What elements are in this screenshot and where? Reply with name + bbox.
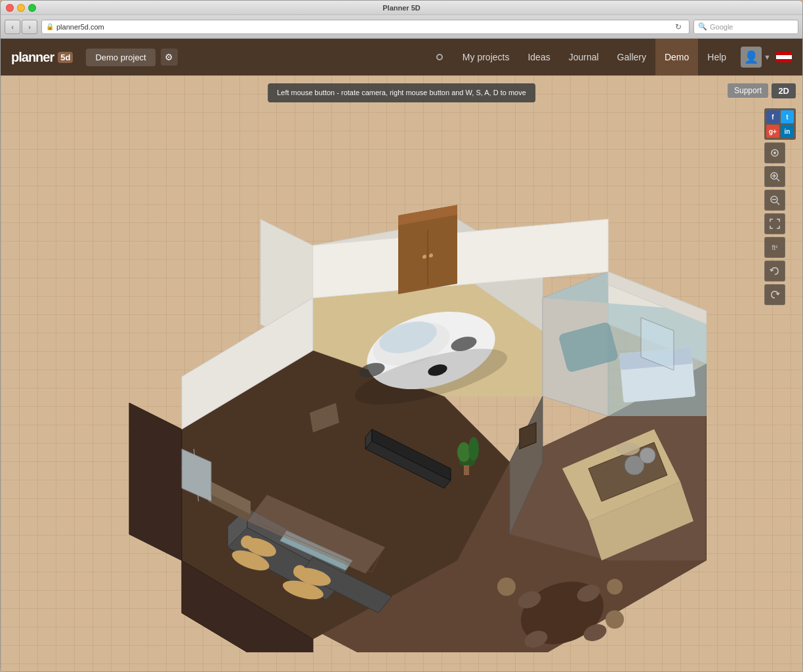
svg-point-1 [773, 152, 776, 154]
browser-frame: Planner 5D ‹ › 🔒 planner5d.com ↻ 🔍 Googl… [0, 0, 803, 672]
floor-plan-svg [83, 114, 707, 652]
svg-point-71 [468, 437, 479, 461]
svg-point-54 [607, 579, 623, 595]
twitter-icon[interactable]: t [781, 110, 794, 123]
nav-link-ideas[interactable]: Ideas [518, 39, 559, 75]
fullscreen-icon[interactable] [764, 213, 785, 234]
security-icon: 🔒 [46, 23, 54, 30]
zoom-out-icon[interactable] [764, 190, 785, 211]
nav-buttons: ‹ › [5, 20, 37, 34]
refresh-button[interactable]: ↻ [672, 20, 685, 33]
search-icon: 🔍 [698, 22, 707, 31]
close-dot[interactable] [6, 4, 14, 12]
browser-toolbar: ‹ › 🔒 planner5d.com ↻ 🔍 Google [1, 15, 802, 39]
app-logo: planner 5d [11, 50, 73, 65]
browser-title: Planner 5D [382, 4, 420, 12]
back-button[interactable]: ‹ [5, 20, 20, 34]
address-text: planner5d.com [56, 23, 104, 31]
redo-icon[interactable] [764, 284, 785, 305]
svg-point-70 [457, 442, 470, 462]
avatar-caret: ▼ [764, 53, 771, 61]
minimize-dot[interactable] [17, 4, 25, 12]
nav-link-journal[interactable]: Journal [560, 39, 608, 75]
browser-titlebar: Planner 5D [1, 1, 802, 15]
unit-toggle-icon[interactable]: ft² [764, 237, 785, 258]
address-bar[interactable]: 🔒 planner5d.com ↻ [41, 20, 690, 34]
nav-links: My projects Ideas Journal Gallery Demo H… [453, 39, 735, 75]
undo-icon[interactable] [764, 261, 785, 282]
camera-tooltip: Left mouse button - rotate camera, right… [268, 83, 535, 102]
linkedin-icon[interactable]: in [781, 125, 794, 138]
svg-point-62 [241, 536, 254, 549]
nav-status-dot [436, 54, 443, 60]
user-avatar[interactable]: 👤 [741, 47, 762, 68]
search-placeholder: Google [710, 23, 733, 31]
nav-link-my-projects[interactable]: My projects [453, 39, 519, 75]
svg-point-53 [606, 610, 624, 629]
logo-5d: 5d [58, 52, 73, 63]
svg-point-45 [640, 448, 655, 463]
tooltip-text: Left mouse button - rotate camera, right… [277, 89, 526, 96]
browser-dots [6, 4, 36, 12]
search-bar[interactable]: 🔍 Google [693, 20, 798, 34]
svg-point-46 [616, 442, 640, 455]
nav-link-gallery[interactable]: Gallery [608, 39, 655, 75]
svg-line-3 [777, 178, 779, 181]
settings-icon[interactable]: ⚙ [161, 49, 178, 66]
facebook-icon[interactable]: f [766, 110, 779, 123]
svg-point-65 [293, 565, 306, 578]
forward-button[interactable]: › [22, 20, 37, 34]
logo-text: planner [11, 50, 54, 65]
floor-plan-area [1, 75, 802, 671]
svg-rect-72 [464, 465, 469, 475]
nav-link-demo[interactable]: Demo [655, 39, 698, 75]
main-content: Left mouse button - rotate camera, right… [1, 75, 802, 671]
svg-line-7 [777, 202, 779, 205]
svg-point-52 [497, 578, 516, 596]
camera-icon[interactable] [764, 142, 785, 163]
app-navbar: planner 5d Demo project ⚙ My projects Id… [1, 39, 802, 75]
project-name-button[interactable]: Demo project [86, 49, 155, 66]
google-plus-icon[interactable]: g+ [766, 125, 779, 138]
nav-link-help[interactable]: Help [698, 39, 735, 75]
app-container: planner 5d Demo project ⚙ My projects Id… [1, 39, 802, 671]
right-sidebar: f t g+ in [764, 108, 796, 305]
svg-marker-16 [129, 403, 182, 560]
language-flag[interactable] [776, 52, 792, 62]
zoom-in-icon[interactable] [764, 166, 785, 187]
maximize-dot[interactable] [28, 4, 36, 12]
